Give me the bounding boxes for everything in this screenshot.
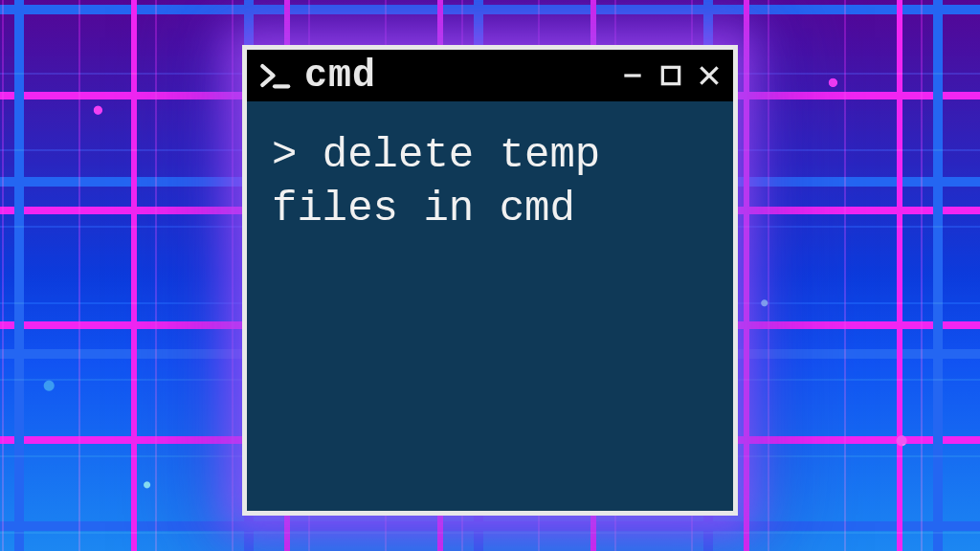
terminal-prompt-icon: [258, 59, 291, 92]
minimize-button[interactable]: [618, 61, 647, 90]
terminal-prompt-symbol: >: [272, 131, 323, 179]
terminal-window: cmd > delete temp files in cmd: [242, 45, 738, 516]
terminal-command-text: delete temp files in cmd: [272, 131, 626, 232]
window-titlebar[interactable]: cmd: [247, 50, 733, 101]
svg-rect-2: [662, 67, 679, 83]
maximize-button[interactable]: [657, 61, 685, 90]
terminal-body[interactable]: > delete temp files in cmd: [247, 101, 733, 511]
window-title: cmd: [304, 55, 605, 98]
close-button[interactable]: [695, 61, 724, 90]
window-controls: [618, 61, 724, 90]
